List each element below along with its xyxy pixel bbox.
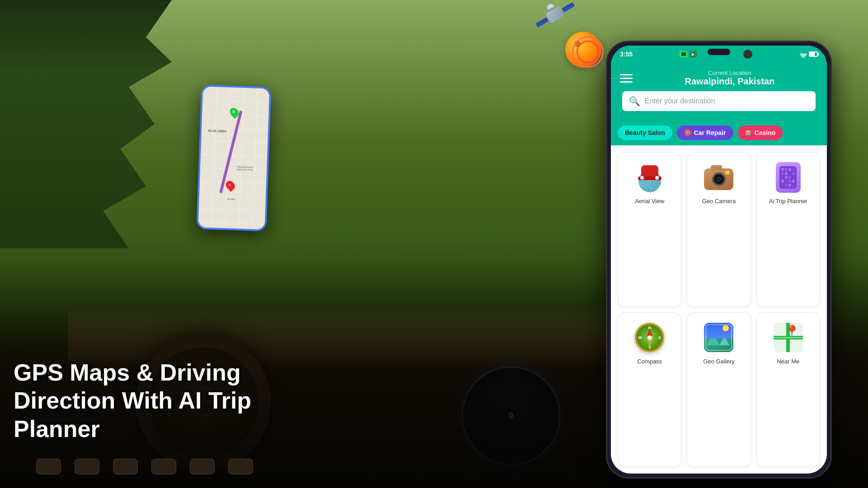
- geo-camera-icon: [703, 162, 735, 193]
- near-me-map-bg: 📍: [774, 323, 803, 352]
- forest-left: [0, 0, 172, 248]
- signal-icon: ▶: [690, 51, 697, 57]
- satellite-decoration: [543, 9, 601, 68]
- aerial-icon-container: [635, 163, 664, 192]
- battery-fill: [681, 52, 686, 56]
- menu-button[interactable]: [620, 74, 633, 83]
- beauty-salon-label: Beauty Salon: [625, 129, 665, 136]
- location-display: Current Location Rawalpindi, Pakistan: [642, 70, 818, 87]
- speedometer: 0: [461, 366, 561, 465]
- map-label-3: Rawal...: [227, 197, 237, 200]
- panel-right: [562, 2, 575, 13]
- control-3: [113, 459, 138, 474]
- search-bar[interactable]: 🔍 Enter your destination: [622, 91, 816, 111]
- gallery-frame: [705, 324, 732, 351]
- right-status-icons: [799, 51, 818, 57]
- aerial-hat: [641, 165, 658, 178]
- control-6: [228, 459, 253, 474]
- near-me-icon: 📍: [772, 322, 804, 353]
- ai-trip-planner-icon: [772, 162, 804, 193]
- phone-notch: [708, 49, 730, 55]
- wifi-icon: [799, 51, 807, 57]
- geo-gallery-icon: [703, 322, 735, 353]
- sat-dish: [545, 2, 555, 10]
- battery-icon: [809, 51, 818, 57]
- ai-trip-planner-label: Ai Trip Planner: [769, 198, 807, 204]
- near-me-label: Near Me: [777, 358, 799, 365]
- ai-screen: [779, 166, 797, 189]
- eye-right: [655, 176, 659, 180]
- battery-status-icon: [680, 51, 688, 57]
- aerial-view-icon: [634, 162, 666, 193]
- sat-main: [545, 6, 565, 23]
- camera-body: [704, 168, 733, 190]
- ai-device-body: [776, 162, 801, 193]
- signal-ring-2: [572, 36, 604, 68]
- header-top: Current Location Rawalpindi, Pakistan: [620, 70, 818, 87]
- map-label-2: ShakarparianNational Park: [237, 165, 253, 171]
- compass-icon: N S W E: [634, 322, 666, 353]
- control-2: [75, 459, 99, 474]
- small-phone-screen: B A BLUE AREA ShakarparianNational Park …: [198, 87, 270, 230]
- features-grid: Aerial View: [611, 145, 827, 474]
- pill-casino[interactable]: 🎰 Casino: [738, 125, 783, 140]
- car-repair-label: Car Repair: [694, 129, 726, 136]
- camera-lens: [712, 172, 726, 186]
- camera-container: [704, 165, 733, 190]
- compass-label: Compass: [637, 358, 662, 365]
- phone-content: 3:55 ▶: [611, 46, 827, 474]
- phone-screen: 3:55 ▶: [611, 46, 827, 474]
- map-label-1: BLUE AREA: [208, 129, 227, 133]
- compass-w: W: [638, 335, 642, 340]
- eye-left: [640, 176, 644, 180]
- panel-left: [535, 17, 549, 28]
- category-pills-row: Beauty Salon ⚙️ Car Repair 🎰 Casino: [611, 120, 827, 145]
- menu-line-2: [620, 78, 633, 79]
- mini-map: B A BLUE AREA ShakarparianNational Park …: [198, 87, 270, 230]
- status-icons: ▶: [680, 51, 697, 57]
- feature-card-geo-gallery[interactable]: Geo Gallery: [687, 312, 751, 467]
- control-4: [151, 459, 176, 474]
- road-markings: [430, 408, 439, 488]
- compass-s: S: [648, 345, 651, 349]
- casino-label: Casino: [755, 129, 776, 136]
- compass-e: E: [658, 335, 661, 340]
- camera-bump: [711, 165, 722, 171]
- compass-dial: N S W E: [635, 323, 664, 352]
- geo-camera-label: Geo Camera: [702, 198, 736, 204]
- status-time: 3:55: [620, 51, 633, 58]
- feature-card-compass[interactable]: N S W E Compass: [618, 312, 681, 467]
- current-location-label: Current Location: [642, 70, 818, 76]
- feature-card-near-me[interactable]: 📍 Near Me: [756, 312, 820, 467]
- app-title: GPS Maps & Driving Direction With AI Tri…: [14, 358, 330, 443]
- compass-n: N: [648, 325, 651, 330]
- dashboard-controls: [36, 459, 253, 474]
- control-1: [36, 459, 61, 474]
- control-5: [190, 459, 215, 474]
- feature-card-ai-trip-planner[interactable]: Ai Trip Planner: [756, 152, 820, 307]
- main-phone-mockup: 3:55 ▶: [606, 41, 832, 479]
- search-icon: 🔍: [629, 96, 640, 107]
- phone-header: Current Location Rawalpindi, Pakistan 🔍 …: [611, 63, 827, 120]
- location-name: Rawalpindi, Pakistan: [642, 76, 818, 87]
- pill-beauty-salon[interactable]: Beauty Salon: [618, 125, 672, 140]
- battery-level: [810, 52, 815, 56]
- hero-text-area: GPS Maps & Driving Direction With AI Tri…: [14, 358, 330, 443]
- menu-line-1: [620, 74, 633, 75]
- pill-car-repair[interactable]: ⚙️ Car Repair: [677, 125, 733, 140]
- feature-card-aerial-view[interactable]: Aerial View: [618, 152, 681, 307]
- lens-inner: [716, 177, 722, 182]
- camera-flash: [725, 171, 730, 174]
- near-me-pin-icon: 📍: [784, 325, 800, 339]
- compass-center: [647, 335, 652, 340]
- satellite-body: [545, 6, 565, 23]
- menu-line-3: [620, 81, 633, 83]
- aerial-view-label: Aerial View: [635, 198, 664, 204]
- search-placeholder: Enter your destination: [645, 97, 715, 105]
- small-phone-mockup: B A BLUE AREA ShakarparianNational Park …: [196, 84, 271, 231]
- feature-card-geo-camera[interactable]: Geo Camera: [687, 152, 751, 307]
- gallery-container: [704, 323, 733, 352]
- geo-gallery-label: Geo Gallery: [703, 358, 734, 365]
- camera-dot: [743, 50, 752, 59]
